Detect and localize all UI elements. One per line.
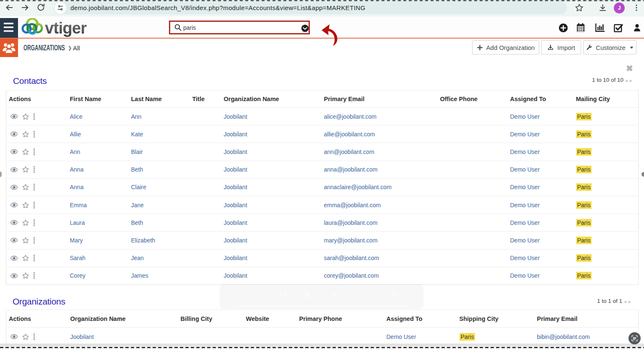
svg-text:vtiger: vtiger	[45, 19, 87, 37]
